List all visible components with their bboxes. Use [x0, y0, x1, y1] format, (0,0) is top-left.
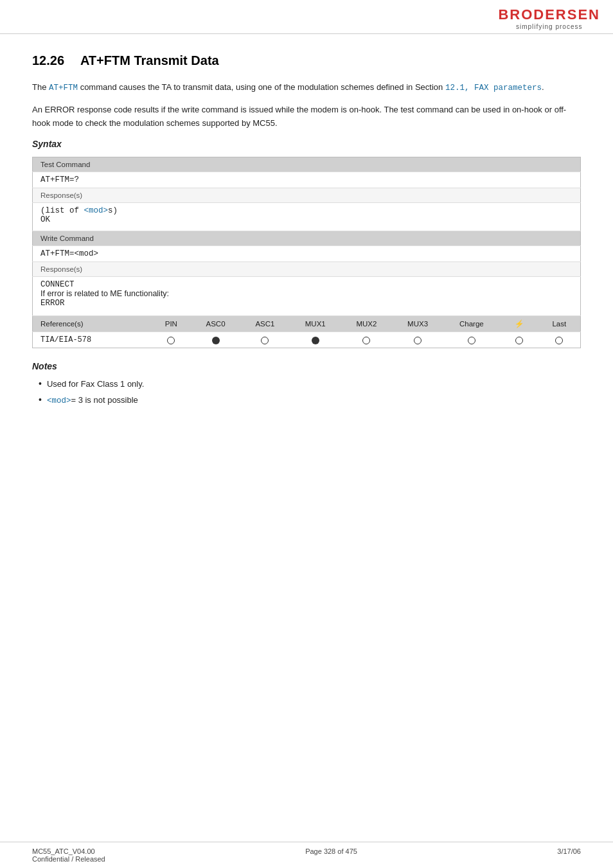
write-response-row: CONNECT If error is related to ME functi… — [33, 276, 581, 315]
footer-date: 3/17/06 — [557, 847, 581, 855]
circle-asc1 — [261, 337, 269, 344]
footer-status: Confidential / Released — [32, 855, 105, 863]
circle-mux1 — [312, 337, 319, 344]
ref-asc0 — [191, 332, 240, 348]
col-mux2: MUX2 — [341, 315, 393, 332]
test-response-value: (list of <mod>s)OK — [33, 202, 581, 231]
test-command-code: AT+FTM=? — [33, 172, 581, 188]
code-at-ftm-1: AT+FTM — [49, 84, 78, 93]
write-response-text: If error is related to ME functionality: — [40, 289, 169, 298]
page-footer: MC55_ATC_V04.00 Confidential / Released … — [0, 842, 613, 868]
write-command-label: Write Command — [33, 231, 581, 245]
write-command-header-row: Write Command — [33, 231, 581, 245]
ref-charge — [443, 332, 500, 348]
bullet-1: • — [39, 378, 42, 391]
ref-header-row: Reference(s) PIN ASC0 ASC1 MUX1 MUX2 MUX… — [33, 315, 581, 332]
notes-list: • Used for Fax Class 1 only. • <mod>= 3 … — [39, 378, 581, 407]
ref-label: Reference(s) — [33, 315, 152, 332]
col-asc1: ASC1 — [240, 315, 290, 332]
footer-page: Page 328 of 475 — [305, 847, 357, 855]
note-item-2: • <mod>= 3 is not possible — [39, 394, 581, 407]
col-special: ⚡ — [500, 315, 538, 332]
ref-special — [500, 332, 538, 348]
write-command-code-row: AT+FTM=<mod> — [33, 245, 581, 261]
circle-mux2 — [362, 337, 370, 344]
logo-sub: simplifying process — [516, 23, 582, 30]
bullet-2: • — [39, 394, 42, 407]
section-heading: 12.26 AT+FTM Transmit Data — [32, 53, 581, 68]
note-text-2: <mod>= 3 is not possible — [47, 394, 138, 407]
syntax-heading: Syntax — [32, 139, 581, 149]
footer-left: MC55_ATC_V04.00 Confidential / Released — [32, 847, 105, 863]
col-pin: PIN — [152, 315, 191, 332]
col-mux3: MUX3 — [392, 315, 443, 332]
col-last: Last — [538, 315, 581, 332]
note-text-1: Used for Fax Class 1 only. — [47, 378, 144, 391]
logo: BRODERSEN simplifying process — [498, 6, 600, 30]
ref-asc1 — [240, 332, 290, 348]
circle-special — [515, 337, 523, 344]
test-command-label: Test Command — [33, 157, 581, 172]
circle-pin — [167, 337, 175, 344]
paragraph-1: The AT+FTM command causes the TA to tran… — [32, 81, 581, 94]
col-charge: Charge — [443, 315, 500, 332]
note-item-1: • Used for Fax Class 1 only. — [39, 378, 581, 391]
footer-center: Page 328 of 475 — [305, 847, 357, 863]
footer-doc-id: MC55_ATC_V04.00 — [32, 847, 105, 855]
test-response-row: (list of <mod>s)OK — [33, 202, 581, 231]
main-content: 12.26 AT+FTM Transmit Data The AT+FTM co… — [0, 34, 613, 463]
mod-code-1: <mod> — [84, 206, 109, 215]
page-header: BRODERSEN simplifying process — [0, 0, 613, 34]
col-asc0: ASC0 — [191, 315, 240, 332]
link-section-12-1[interactable]: 12.1, FAX parameters — [445, 84, 542, 93]
test-response-label-row: Response(s) — [33, 188, 581, 202]
ref-mux1 — [290, 332, 341, 348]
test-command-code-row: AT+FTM=? — [33, 172, 581, 188]
write-response-value: CONNECT If error is related to ME functi… — [33, 276, 581, 315]
write-response-label: Response(s) — [33, 261, 581, 276]
footer-right: 3/17/06 — [557, 847, 581, 863]
col-mux1: MUX1 — [290, 315, 341, 332]
section-title: AT+FTM Transmit Data — [80, 53, 219, 67]
circle-last — [555, 337, 563, 344]
paragraph-2: An ERROR response code results if the wr… — [32, 103, 581, 129]
ref-last — [538, 332, 581, 348]
test-command-header-row: Test Command — [33, 157, 581, 172]
notes-heading: Notes — [32, 361, 581, 371]
mod-code-2: <mod> — [47, 396, 71, 405]
ref-data-row: TIA/EIA-578 — [33, 332, 581, 348]
section-number: 12.26 — [32, 53, 64, 67]
ref-mux2 — [341, 332, 393, 348]
ref-pin — [152, 332, 191, 348]
circle-charge — [468, 337, 475, 344]
test-response-label: Response(s) — [33, 188, 581, 202]
logo-name: BRODERSEN — [498, 6, 600, 23]
ref-mux3 — [392, 332, 443, 348]
write-command-code: AT+FTM=<mod> — [33, 245, 581, 261]
circle-asc0 — [212, 337, 220, 344]
ref-name: TIA/EIA-578 — [33, 332, 152, 348]
circle-mux3 — [414, 337, 422, 344]
syntax-table: Test Command AT+FTM=? Response(s) (list … — [32, 157, 581, 348]
write-response-label-row: Response(s) — [33, 261, 581, 276]
